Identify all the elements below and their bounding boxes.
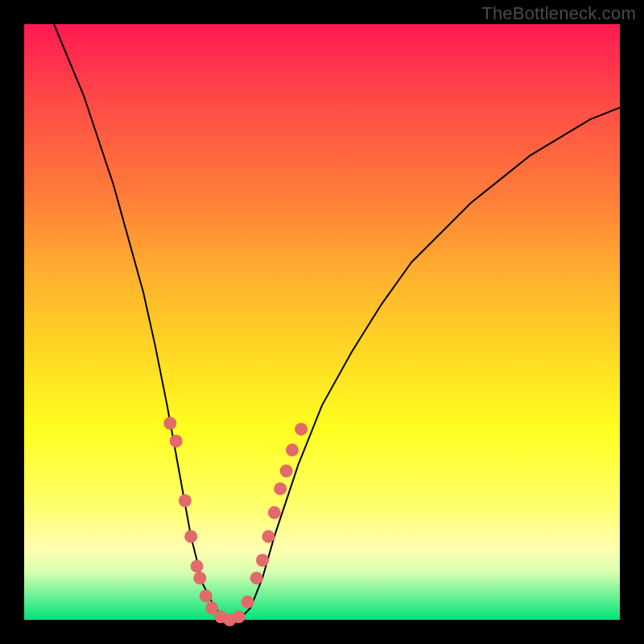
chart-frame: TheBottleneck.com [0,0,644,644]
highlight-dot [256,554,269,567]
bottleneck-curve [54,24,620,620]
highlight-dot [250,572,263,584]
highlight-dot [262,530,275,543]
highlight-dot [200,589,213,602]
highlight-dot [184,530,197,543]
highlight-dot [170,435,183,448]
highlight-dot [242,596,254,609]
plot-area [24,24,620,620]
watermark-text: TheBottleneck.com [481,3,636,24]
highlight-dots [163,417,308,626]
highlight-dot [163,417,176,430]
highlight-dot [286,444,299,456]
highlight-dot [268,506,281,519]
highlight-dot [280,464,293,477]
highlight-dot [274,482,287,495]
highlight-dot [191,559,204,572]
highlight-dot [232,610,245,623]
highlight-dot [193,572,206,584]
curve-svg [24,24,620,620]
highlight-dot [179,494,192,507]
highlight-dot [295,423,308,436]
